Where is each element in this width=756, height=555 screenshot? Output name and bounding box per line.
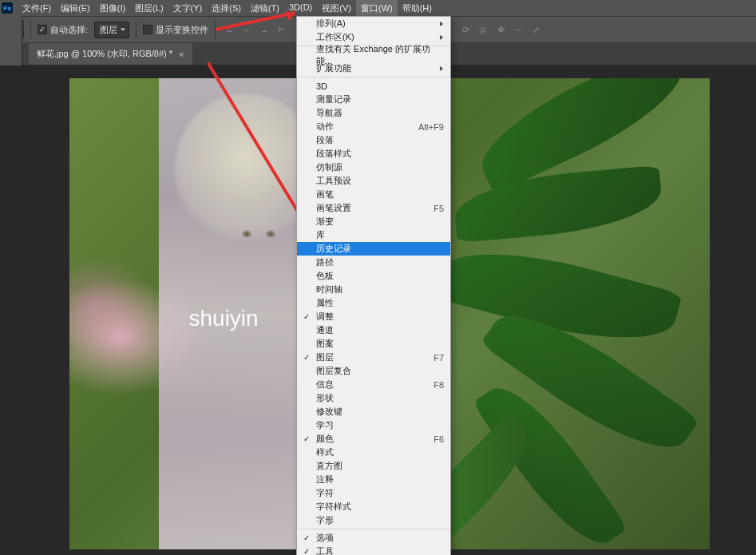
auto-select-dropdown[interactable]: 图层 xyxy=(94,22,129,38)
menu-item-shortcut: F7 xyxy=(433,353,444,363)
menu-帮助[interactable]: 帮助(H) xyxy=(398,0,437,17)
align-top-icon: ⫠ xyxy=(222,22,236,37)
menu-item-label: 形状 xyxy=(316,392,334,404)
menu-item-label: 渐变 xyxy=(316,216,334,228)
menu-item-label: 字符样式 xyxy=(316,501,351,513)
menu-item[interactable]: 导航器 xyxy=(297,106,450,120)
3d-scale-icon: ⤢ xyxy=(528,22,543,37)
align-vcenter-icon: ⫟ xyxy=(239,22,254,37)
menu-item[interactable]: 测量记录 xyxy=(297,93,450,106)
menu-item[interactable]: 属性 xyxy=(297,296,450,310)
window-menu-dropdown[interactable]: 排列(A)工作区(K)查找有关 Exchange 的扩展功能...扩展功能3D测… xyxy=(296,16,451,555)
menu-item[interactable]: 渐变 xyxy=(297,215,450,228)
menu-item[interactable]: 直方图 xyxy=(297,459,450,473)
menu-窗口[interactable]: 窗口(W) xyxy=(356,0,398,17)
menu-3d[interactable]: 3D(D) xyxy=(284,0,317,17)
menu-item-label: 学习 xyxy=(316,419,334,431)
checkbox-icon xyxy=(38,25,47,34)
auto-select-checkbox[interactable]: 自动选择: xyxy=(38,24,88,36)
menu-item[interactable]: 图层F7 xyxy=(297,351,450,364)
auto-select-value: 图层 xyxy=(100,25,117,34)
menu-item-label: 工具预设 xyxy=(316,175,351,187)
menu-item-label: 信息 xyxy=(316,379,334,390)
ps-logo: Ps xyxy=(2,2,13,14)
menu-item[interactable]: 图层复合 xyxy=(297,364,450,378)
menu-图像[interactable]: 图像(I) xyxy=(95,0,130,17)
menu-item[interactable]: 历史记录 xyxy=(297,242,450,256)
menu-item-label: 动作 xyxy=(316,121,334,133)
menu-item[interactable]: 段落 xyxy=(297,133,450,147)
menu-item-label: 图层 xyxy=(316,351,334,363)
menu-item[interactable]: 段落样式 xyxy=(297,147,450,161)
menu-item[interactable]: 查找有关 Exchange 的扩展功能... xyxy=(297,48,450,61)
menu-item-label: 画笔设置 xyxy=(316,202,351,214)
menu-item[interactable]: 字符 xyxy=(297,486,450,500)
menu-item[interactable]: 字符样式 xyxy=(297,500,450,513)
menu-item[interactable]: 画笔 xyxy=(297,188,450,201)
menu-item-label: 段落样式 xyxy=(316,148,351,160)
menu-item[interactable]: 信息F8 xyxy=(297,378,450,391)
menu-文字[interactable]: 文字(Y) xyxy=(168,0,208,17)
menu-item[interactable]: 学习 xyxy=(297,418,450,432)
menu-item[interactable]: 工具预设 xyxy=(297,174,450,188)
menu-选择[interactable]: 选择(S) xyxy=(207,0,246,17)
menu-item[interactable]: 字形 xyxy=(297,513,450,527)
menu-item[interactable]: 排列(A) xyxy=(297,17,450,30)
menu-item[interactable]: 样式 xyxy=(297,446,450,459)
menu-item[interactable]: 库 xyxy=(297,228,450,242)
3d-mode-controls: ⟳ ◎ ✥ ↔ ⤢ xyxy=(458,22,543,37)
watermark-text: shuiyin xyxy=(189,306,259,331)
menu-item-label: 字形 xyxy=(316,514,334,526)
menu-item-label: 通道 xyxy=(316,324,334,336)
menu-item[interactable]: 动作Alt+F9 xyxy=(297,120,450,133)
menu-item-label: 排列(A) xyxy=(316,18,346,30)
menu-item-label: 扩展功能 xyxy=(316,62,351,74)
close-icon[interactable]: × xyxy=(179,50,184,59)
menu-item-label: 历史记录 xyxy=(316,243,351,255)
menu-item-label: 属性 xyxy=(316,297,334,309)
menu-item[interactable]: 画笔设置F5 xyxy=(297,201,450,215)
menu-item[interactable]: 工作区(K) xyxy=(297,30,450,44)
menu-item[interactable]: 色板 xyxy=(297,269,450,283)
menu-item-label: 图案 xyxy=(316,338,334,350)
3d-slide-icon: ↔ xyxy=(511,22,525,37)
3d-orbit-icon: ⟳ xyxy=(458,22,473,37)
menu-item[interactable]: 仿制源 xyxy=(297,161,450,174)
menu-item[interactable]: 图案 xyxy=(297,337,450,351)
menu-item[interactable]: 修改键 xyxy=(297,405,450,418)
menu-item[interactable]: 形状 xyxy=(297,391,450,405)
checkbox-icon xyxy=(143,25,152,34)
menu-item-label: 仿制源 xyxy=(316,161,342,173)
menu-item[interactable]: 选项 xyxy=(297,531,450,545)
menu-item-label: 画笔 xyxy=(316,188,334,200)
document-tab[interactable]: 鲜花.jpg @ 100% (水印, RGB/8#) * × xyxy=(29,43,192,65)
menu-item-shortcut: F5 xyxy=(433,204,444,213)
menu-视图[interactable]: 视图(V) xyxy=(317,0,356,17)
menu-item[interactable]: 路径 xyxy=(297,256,450,269)
menu-item-label: 路径 xyxy=(316,256,334,268)
menu-item-label: 修改键 xyxy=(316,406,342,418)
menu-item-label: 字符 xyxy=(316,487,334,499)
menu-item[interactable]: 颜色F6 xyxy=(297,432,450,446)
menu-item-label: 导航器 xyxy=(316,107,342,119)
menu-item[interactable]: 注释 xyxy=(297,473,450,486)
menu-item[interactable]: 通道 xyxy=(297,323,450,337)
align-left-icon: ⊢ xyxy=(275,22,289,37)
menu-item[interactable]: 3D xyxy=(297,79,450,93)
menu-item-label: 工具 xyxy=(316,545,334,555)
show-transform-checkbox[interactable]: 显示变换控件 xyxy=(143,24,208,36)
menu-item[interactable]: 时间轴 xyxy=(297,283,450,296)
menu-item-label: 注释 xyxy=(316,474,334,486)
menu-item-shortcut: Alt+F9 xyxy=(418,122,444,132)
3d-pan-icon: ✥ xyxy=(493,22,508,37)
menu-文件[interactable]: 文件(F) xyxy=(18,0,56,17)
menu-item[interactable]: 调整 xyxy=(297,310,450,323)
menu-编辑[interactable]: 编辑(E) xyxy=(56,0,95,17)
show-transform-label: 显示变换控件 xyxy=(156,24,208,36)
menu-item[interactable]: 扩展功能 xyxy=(297,61,450,75)
menu-滤镜[interactable]: 滤镜(T) xyxy=(246,0,284,17)
canvas-content xyxy=(452,165,664,242)
menu-item-label: 测量记录 xyxy=(316,93,351,105)
menu-图层[interactable]: 图层(L) xyxy=(130,0,168,17)
menu-item[interactable]: 工具 xyxy=(297,545,450,555)
